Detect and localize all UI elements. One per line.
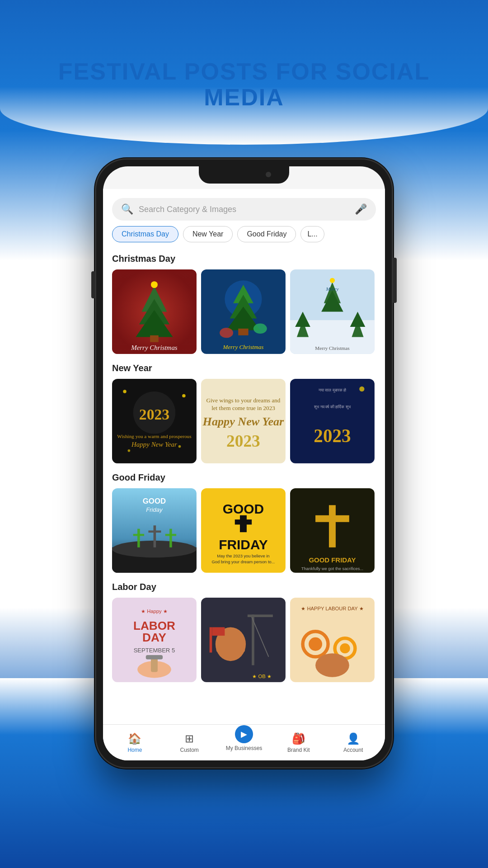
svg-text:Wishing you a warm and prosper: Wishing you a warm and prosperous <box>117 434 191 439</box>
nav-brand-label: Brand Kit <box>287 747 310 753</box>
christmas-card-2[interactable]: Merry Christmas <box>201 269 286 354</box>
svg-text:★ OB ★: ★ OB ★ <box>252 673 271 679</box>
svg-text:Merry Christmas: Merry Christmas <box>131 344 178 351</box>
svg-point-34 <box>123 390 126 393</box>
page-title: FESTIVAL POSTS FOR SOCIAL MEDIA <box>0 59 488 110</box>
section-title-christmas: Christmas Day <box>112 254 376 264</box>
front-camera <box>266 172 271 177</box>
play-icon: ▶ <box>241 729 247 739</box>
svg-point-26 <box>330 278 335 283</box>
newyear-card-2[interactable]: Give wings to your dreams and let them c… <box>201 379 286 463</box>
nav-brand-kit[interactable]: 🎒 Brand Kit <box>271 732 326 753</box>
phone-wrapper: 🔍 Search Category & Images 🎤 Christmas D… <box>95 158 393 769</box>
svg-text:let them come true in 2023: let them come true in 2023 <box>211 405 275 411</box>
power-button <box>393 258 397 303</box>
labor-card-1[interactable]: ★ Happy ★ LABOR DAY SEPTEMBER 5 <box>112 598 197 682</box>
svg-rect-84 <box>216 644 245 652</box>
svg-point-6 <box>151 281 158 288</box>
labor-card-2[interactable]: ★ OB ★ <box>201 598 286 682</box>
play-button[interactable]: ▶ <box>235 725 253 743</box>
nav-account-label: Account <box>343 747 363 753</box>
svg-text:★ HAPPY LABOUR DAY ★: ★ HAPPY LABOUR DAY ★ <box>301 606 363 611</box>
phone-screen: 🔍 Search Category & Images 🎤 Christmas D… <box>103 166 385 760</box>
chip-more[interactable]: L... <box>300 226 324 242</box>
search-input[interactable]: Search Category & Images <box>139 205 349 214</box>
christmas-card-1[interactable]: Merry Christmas <box>112 269 197 354</box>
svg-rect-78 <box>146 655 163 659</box>
svg-point-91 <box>309 637 322 651</box>
svg-text:GOOD FRIDAY: GOOD FRIDAY <box>309 556 356 564</box>
svg-rect-86 <box>212 627 225 636</box>
section-title-labor: Labor Day <box>112 582 376 592</box>
nav-account[interactable]: 👤 Account <box>326 732 380 753</box>
newyear-cards-row: 2023 Wishing you a warm and prosperous H… <box>112 379 376 463</box>
svg-text:FRIDAY: FRIDAY <box>219 537 268 552</box>
svg-text:God bring your dream person to: God bring your dream person to... <box>211 560 275 564</box>
notch <box>199 166 289 184</box>
svg-rect-54 <box>133 534 144 536</box>
mic-icon[interactable]: 🎤 <box>355 203 367 215</box>
christmas-card-3[interactable]: Merry Merry Christmas <box>290 269 375 354</box>
svg-text:Merry: Merry <box>325 286 338 292</box>
svg-text:GOOD: GOOD <box>143 496 166 505</box>
svg-rect-62 <box>235 519 252 524</box>
svg-text:2023: 2023 <box>314 425 351 446</box>
svg-rect-58 <box>165 534 176 536</box>
svg-point-14 <box>220 328 233 338</box>
svg-rect-53 <box>137 528 140 547</box>
svg-text:GOOD: GOOD <box>223 501 264 516</box>
nav-custom[interactable]: ⊞ Custom <box>162 732 217 753</box>
newyear-card-1[interactable]: 2023 Wishing you a warm and prosperous H… <box>112 379 197 463</box>
labor-card-3[interactable]: ★ HAPPY LABOUR DAY ★ <box>290 598 375 682</box>
svg-rect-55 <box>154 525 156 547</box>
nav-businesses-label: My Businesses <box>226 745 263 751</box>
friday-cards-row: GOOD Friday <box>112 488 376 573</box>
friday-card-3[interactable]: GOOD FRIDAY Thankfully we got the sacrif… <box>290 488 375 573</box>
chip-newyear[interactable]: New Year <box>183 226 233 242</box>
svg-point-15 <box>253 324 267 334</box>
chip-goodfriday[interactable]: Good Friday <box>237 226 296 242</box>
svg-rect-57 <box>169 528 172 547</box>
svg-rect-56 <box>148 530 161 533</box>
svg-text:May the 2023 you believe in: May the 2023 you believe in <box>217 554 269 558</box>
svg-rect-68 <box>315 515 349 522</box>
friday-card-2[interactable]: GOOD FRIDAY May the 2023 you believe in … <box>201 488 286 573</box>
svg-text:Happy New Year: Happy New Year <box>202 415 284 428</box>
section-title-friday: Good Friday <box>112 472 376 483</box>
friday-card-1[interactable]: GOOD Friday <box>112 488 197 573</box>
account-icon: 👤 <box>347 732 360 745</box>
category-chips: Christmas Day New Year Good Friday L... <box>103 226 385 249</box>
newyear-card-3[interactable]: नया साल मुबारक हो शुभ नव वर्ष की हार्दिक… <box>290 379 375 463</box>
svg-rect-81 <box>248 614 273 617</box>
svg-text:DAY: DAY <box>142 631 166 644</box>
svg-text:2023: 2023 <box>226 431 260 450</box>
svg-point-37 <box>178 445 181 448</box>
svg-rect-13 <box>238 329 248 335</box>
brand-kit-icon: 🎒 <box>292 732 305 745</box>
svg-text:शुभ नव वर्ष की हार्दिक शुभ: शुभ नव वर्ष की हार्दिक शुभ <box>314 404 351 410</box>
svg-text:★ Happy ★: ★ Happy ★ <box>141 608 168 613</box>
search-icon: 🔍 <box>121 203 133 215</box>
section-title-newyear: New Year <box>112 363 376 373</box>
custom-icon: ⊞ <box>185 732 194 745</box>
svg-point-94 <box>315 653 349 677</box>
scroll-area[interactable]: Christmas Day <box>103 249 385 760</box>
christmas-cards-row: Merry Christmas <box>112 269 376 354</box>
svg-text:Happy New Year: Happy New Year <box>131 440 177 448</box>
svg-point-47 <box>359 387 364 392</box>
chip-christmas[interactable]: Christmas Day <box>112 226 178 242</box>
svg-point-35 <box>182 394 185 397</box>
nav-home[interactable]: 🏠 Home <box>108 732 162 753</box>
svg-text:Friday: Friday <box>146 506 163 513</box>
bottom-nav: 🏠 Home ⊞ Custom ▶ My Businesses � <box>103 724 385 760</box>
home-icon: 🏠 <box>128 732 141 745</box>
svg-text:Merry Christmas: Merry Christmas <box>222 344 263 350</box>
svg-text:SEPTEMBER 5: SEPTEMBER 5 <box>134 647 175 654</box>
svg-text:Thankfully we got the sacrific: Thankfully we got the sacrifices... <box>301 566 363 571</box>
svg-point-93 <box>340 643 350 653</box>
phone-frame: 🔍 Search Category & Images 🎤 Christmas D… <box>95 158 393 769</box>
nav-my-businesses[interactable]: ▶ My Businesses <box>217 734 272 751</box>
volume-button <box>91 271 95 298</box>
svg-text:नया साल मुबारक हो: नया साल मुबारक हो <box>318 387 347 393</box>
search-bar[interactable]: 🔍 Search Category & Images 🎤 <box>112 198 376 221</box>
